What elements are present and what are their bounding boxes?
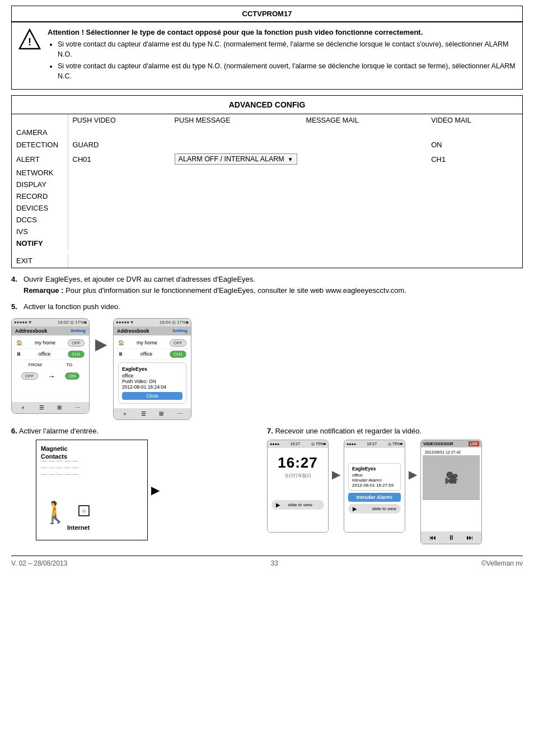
sidebar-item-devices[interactable]: DEVICES — [12, 202, 68, 214]
phone2-popup: EagleEyes office Push Video: ON 2012-08-… — [118, 362, 186, 404]
phones-step7-row: ●●●● 16:27 ◎ 75%■ 16:27 当日打年版日 ▶ slide t… — [267, 440, 523, 544]
sidebar-item-alert[interactable]: ALERT — [12, 151, 68, 167]
config-row-dccs: DCCS — [12, 214, 522, 226]
slide-label: slide to view — [288, 502, 312, 507]
phone1-office-toggle[interactable]: CH1 — [68, 351, 85, 358]
sidebar-item-notify[interactable]: NOTIFY — [12, 237, 68, 249]
svg-text:!: ! — [28, 36, 31, 48]
phone1-to-toggle[interactable]: ON — [65, 372, 79, 380]
step7-phone2: ●●●● 16:27 ◎ 75%■ EagleEyes office Intru… — [344, 440, 405, 533]
step7-p2-alarm-btn[interactable]: Intruder Alarm! — [348, 493, 401, 502]
page-footer: V. 02 – 28/08/2013 33 ©Velleman nv — [11, 556, 523, 571]
step-4-content: Ouvrir EagleEyes, et ajouter ce DVR au c… — [24, 274, 523, 296]
sidebar-item-record[interactable]: RECORD — [12, 190, 68, 202]
alarm-select-dropdown[interactable]: ALARM OFF / INTERNAL ALARM ▼ — [175, 153, 297, 165]
step6-container: 6. Activer l'alarme d'entrée. MagneticCo… — [11, 427, 267, 544]
step7-phone3: VIDEOGSSGR LVD 2012/06/01 12:27:42 🎥 ⏮ ⏸… — [420, 440, 482, 544]
step7-p2-notif-line3: 2012-08-01 16:27:03 — [352, 483, 397, 488]
phone1-home-label: my home — [35, 340, 55, 346]
step-5: 5. Activer la fonction push video. — [11, 301, 523, 312]
phone2-btn-list[interactable]: ☰ — [141, 410, 146, 417]
warning-item-2: Si votre contact du capteur d'alarme est… — [58, 62, 516, 81]
arrow-step7-2: ▶ — [409, 440, 417, 481]
config-title: ADVANCED CONFIG — [12, 96, 522, 114]
footer-version: V. 02 – 28/08/2013 — [11, 559, 67, 567]
warning-icon: ! — [18, 28, 41, 50]
phone1-bottom-bar: ＋ ☰ ⊞ ⋯ — [12, 402, 89, 413]
step7-text: Recevoir une notification et regarder la… — [275, 427, 421, 435]
diagram-internet-label: Internet — [67, 524, 90, 531]
phone1-btn-dots[interactable]: ⋯ — [75, 404, 81, 410]
step7-p2-time: 16:27 — [367, 442, 377, 446]
step7-p2-slide-label: slide to view — [372, 506, 396, 511]
step-5-number: 5. — [11, 301, 24, 312]
config-row-alert: ALERT CH01 ALARM OFF / INTERNAL ALARM ▼ … — [12, 151, 522, 167]
step7-p2-slide[interactable]: ▶ slide to view — [348, 504, 401, 514]
phone1-home-toggle[interactable]: OFF — [68, 339, 85, 347]
warning-item-1: Si votre contact du capteur d'alarme est… — [58, 40, 516, 59]
phone2-office-icon: 🖥 — [118, 351, 123, 357]
phone2-nav-title: Addressbook — [117, 328, 149, 334]
phone1-btn-grid[interactable]: ⊞ — [57, 404, 62, 410]
step7-p3-nav-sub: LVD — [469, 441, 479, 446]
diagram-arrow-icon: ▶ — [151, 483, 160, 497]
phone1-btn-list[interactable]: ☰ — [39, 404, 44, 410]
warning-title: Attention ! Sélectionner le type de cont… — [48, 28, 516, 36]
step67-section: 6. Activer l'alarme d'entrée. MagneticCo… — [11, 427, 523, 544]
step7-p3-screen: 2012/06/01 12:27:42 🎥 — [421, 447, 481, 531]
step7-p1-signal: ●●●● — [270, 442, 279, 446]
step7-p3-pause[interactable]: ⏸ — [448, 534, 455, 542]
sidebar-item-display[interactable]: DISPLAY — [12, 179, 68, 190]
sidebar-item-dccs[interactable]: DCCS — [12, 214, 68, 226]
diagram-person-icon: 🚶 — [42, 502, 68, 523]
warning-list: Si votre contact du capteur d'alarme est… — [48, 40, 516, 81]
config-row-detection: DETECTION GUARD ON — [12, 138, 522, 151]
phone2-popup-close-btn[interactable]: Close — [122, 392, 182, 400]
phone2-nav-btn[interactable]: Setting — [172, 328, 188, 333]
step-4-text: Ouvrir EagleEyes, et ajouter ce DVR au c… — [24, 275, 255, 283]
phone1-status-bar: ●●●●● ♥ 16:02 ◎ 17%■ — [12, 319, 89, 326]
step7-p1-topbar: ●●●● 16:27 ◎ 75%■ — [268, 440, 328, 448]
exit-button[interactable]: EXIT — [16, 256, 32, 265]
page-title: CCTVPROM17 — [11, 6, 523, 22]
phone1-item-office: 🖥 office CH1 — [14, 349, 87, 360]
config-header-row: PUSH VIDEO PUSH MESSAGE MESSAGE MAIL VID… — [12, 114, 522, 127]
phone1-nav-title: Addressbook — [15, 328, 48, 334]
step7-p2-topbar: ●●●● 16:27 ◎ 75%■ — [344, 440, 405, 448]
phone2-btn-add[interactable]: ＋ — [122, 410, 128, 418]
phone1-nav-btn[interactable]: Setting — [71, 328, 86, 333]
phone1-btn-add[interactable]: ＋ — [20, 404, 26, 412]
phone1-office-icon: 🖥 — [16, 351, 21, 357]
phone1-from-to: FROM TO — [14, 360, 87, 370]
step7-p1-battery: ◎ 75%■ — [311, 442, 326, 446]
phone2-home-icon: 🏠 — [118, 340, 124, 346]
step7-p2-slide-arrow: ▶ — [353, 506, 357, 512]
phone2-status-bar: ●●●●● ♥ 16:04 ◎ 17%■ — [114, 319, 191, 326]
step7-p3-forward[interactable]: ⏭ — [466, 534, 473, 542]
step7-label: 7. Recevoir une notification et regarder… — [267, 427, 523, 435]
sidebar-item-camera[interactable]: CAMERA — [12, 127, 68, 138]
sidebar-item-ivs[interactable]: IVS — [12, 226, 68, 237]
phone1-from-toggle[interactable]: OFF — [21, 372, 38, 380]
footer-copyright: ©Velleman nv — [481, 559, 523, 567]
step7-p3-video: 🎥 — [423, 455, 480, 500]
ch01-label: CH01 — [68, 151, 170, 167]
phone2-btn-grid[interactable]: ⊞ — [159, 410, 163, 417]
step7-p3-rewind[interactable]: ⏮ — [429, 534, 436, 542]
sidebar-item-network[interactable]: NETWORK — [12, 167, 68, 179]
sidebar-item-detection[interactable]: DETECTION — [12, 138, 68, 151]
step7-p2-notif-line1: office — [352, 473, 397, 478]
step7-p1-slide-bar[interactable]: ▶ slide to view — [271, 500, 324, 510]
step6-diagram-wrapper: MagneticContacts — — — — — — — — — — — —… — [24, 440, 148, 540]
phone1-toggle-row: OFF → ON — [14, 370, 87, 383]
step-4: 4. Ouvrir EagleEyes, et ajouter ce DVR a… — [11, 274, 523, 296]
phone1-office-label: office — [39, 351, 50, 357]
phone1-home-icon: 🏠 — [16, 340, 22, 346]
step-4-number: 4. — [11, 274, 24, 296]
phone2-home-toggle[interactable]: OFF — [170, 339, 186, 347]
phone1-arrow-icon: → — [48, 372, 55, 381]
step7-p2-notif: EagleEyes office Intruder Alarm! 2012-08… — [348, 463, 401, 491]
step7-p3-controls: ⏮ ⏸ ⏭ — [421, 531, 481, 544]
phone2-btn-dots[interactable]: ⋯ — [177, 410, 182, 417]
phone2-office-toggle[interactable]: CH1 — [170, 351, 186, 358]
